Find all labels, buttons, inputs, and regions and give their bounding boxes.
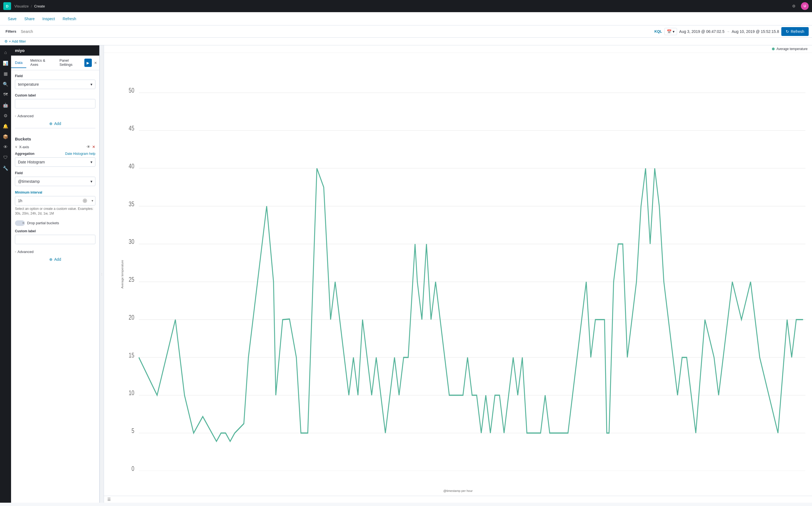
interval-chevron: ▾ [92,199,93,203]
date-range: Aug 3, 2019 @ 06:47:02.5 → Aug 10, 2019 … [679,29,779,34]
side-icon-dashboard[interactable]: ▦ [1,69,10,79]
buckets-advanced-label: Advanced [17,250,33,254]
custom-label-input[interactable] [15,99,95,108]
custom-label-group: Custom label [15,93,95,108]
add-label: Add [54,121,61,126]
svg-text:50: 50 [129,87,134,94]
inspect-button[interactable]: Inspect [39,15,58,23]
custom-label-label: Custom label [15,93,95,97]
breadcrumb: Visualize / Create [14,4,45,8]
date-picker-icon[interactable]: 📅 ▾ [664,28,677,35]
grid-lines [139,93,805,471]
chart-container: Average temperature 0 5 10 15 20 25 30 3… [104,53,812,496]
interval-input-wrap: ✕ ▾ [15,196,95,205]
side-icon-security[interactable]: 🛡 [1,153,10,163]
legend-item: Average temperature [772,47,808,51]
app-logo: D [3,2,11,10]
svg-text:20: 20 [129,314,134,321]
add-filter-row: ⚙ + Add filter [0,37,812,46]
side-icon-alerts[interactable]: 🔔 [1,121,10,131]
min-interval-label: Minimum interval [15,190,95,194]
svg-text:40: 40 [129,163,134,170]
kql-badge[interactable]: KQL [654,29,662,33]
side-icon-stack[interactable]: 📦 [1,132,10,142]
collapse-handle[interactable]: ⋮ [99,46,104,503]
aggregation-select-value: Date Histogram [18,160,45,164]
tab-metrics-axes[interactable]: Metrics & Axes [26,56,56,70]
refresh-toolbar-button[interactable]: Refresh [59,15,79,23]
filter-search-input[interactable] [21,29,652,34]
panel-content: Field temperature ▾ Custom label › Advan… [11,70,99,503]
side-icon-home[interactable]: ⌂ [1,48,10,58]
aggregation-select[interactable]: Date Histogram ▾ [15,157,95,167]
side-icon-visualize[interactable]: 📊 [1,58,10,68]
avatar[interactable]: U [801,2,809,10]
refresh-icon: ↻ [786,29,789,34]
buckets-advanced-toggle[interactable]: › Advanced [15,249,95,255]
delete-bucket-button[interactable]: ✕ [92,145,95,149]
field-select-chevron: ▾ [90,82,92,87]
save-button[interactable]: Save [4,15,20,23]
chart-legend-icon[interactable]: ☰ [107,497,111,502]
side-icon-ml[interactable]: 🤖 [1,100,10,110]
main-layout: ⌂ 📊 ▦ 🔍 🗺 🤖 ⚙ 🔔 📦 👁 🛡 🔧 miyo Data Metric… [0,46,812,503]
breadcrumb-sep: / [31,4,32,8]
y-axis: 0 5 10 15 20 25 30 35 40 45 50 [129,87,134,471]
breadcrumb-parent[interactable]: Visualize [14,4,29,8]
bucket-chevron[interactable]: ∨ [15,145,17,149]
svg-text:45: 45 [129,125,134,132]
legend-label: Average temperature [776,47,808,51]
svg-text:35: 35 [129,200,134,207]
panel-title-text: miyo [15,48,25,53]
settings-icon[interactable]: ⚙ [790,2,798,10]
eye-icon[interactable]: 👁 [87,145,90,149]
refresh-button[interactable]: ↻ Refresh [781,27,809,36]
gear-small-icon: ⚙ [4,39,8,44]
share-button[interactable]: Share [21,15,38,23]
run-button[interactable]: ▶ [84,59,92,67]
aggregation-help-link[interactable]: Date Histogram help [65,152,95,156]
interval-clear-button[interactable]: ✕ [83,198,87,203]
toolbar: Save Share Inspect Refresh [0,12,812,25]
buckets-plus-icon: ⊕ [49,257,53,262]
breadcrumb-current: Create [34,4,45,8]
svg-text:10: 10 [129,389,134,397]
panel-tabs: Data Metrics & Axes Panel Settings ▶ ✕ [11,56,99,70]
date-from[interactable]: Aug 3, 2019 @ 06:47:02.5 [679,29,725,34]
metrics-add-button[interactable]: ⊕ Add [15,119,95,128]
svg-text:25: 25 [129,276,134,283]
drop-partial-row: ✕ Drop partial buckets [15,221,95,226]
drop-partial-toggle[interactable]: ✕ [15,221,25,226]
metrics-advanced-toggle[interactable]: › Advanced [15,113,95,119]
add-filter-button[interactable]: ⚙ + Add filter [4,39,808,44]
panel-sidebar: miyo Data Metrics & Axes Panel Settings … [11,46,99,503]
side-icon-settings[interactable]: ⚙ [1,110,10,120]
legend-dot [772,48,775,50]
field-select[interactable]: temperature ▾ [15,80,95,89]
buckets-advanced-chevron: › [15,250,16,253]
side-icon-maps[interactable]: 🗺 [1,90,10,99]
svg-text:30: 30 [129,238,134,245]
side-icon-observ[interactable]: 👁 [1,142,10,152]
chrome-bar: D Visualize / Create ⚙ U [0,0,812,12]
bucket-field-chevron: ▾ [90,179,92,184]
date-to[interactable]: Aug 10, 2019 @ 15:52:15.8 [732,29,779,34]
min-interval-group: Minimum interval ✕ ▾ Select an option or… [15,190,95,216]
tab-panel-settings[interactable]: Panel Settings [56,56,84,70]
svg-text:5: 5 [131,427,134,434]
buckets-add-label: Add [54,257,61,262]
bucket-custom-label-input[interactable] [15,235,95,244]
buckets-add-button[interactable]: ⊕ Add [15,255,95,264]
bucket-field-select[interactable]: @timestamp ▾ [15,177,95,186]
close-panel-button[interactable]: ✕ [92,59,99,67]
tab-data[interactable]: Data [11,58,26,68]
buckets-title: Buckets [15,137,95,141]
side-icon-discover[interactable]: 🔍 [1,79,10,89]
aggregation-row: Aggregation Date Histogram help [15,152,95,156]
field-label: Field [15,74,95,78]
add-filter-label: + Add filter [9,39,26,44]
drop-partial-label: Drop partial buckets [27,221,59,225]
side-icon-dev[interactable]: 🔧 [1,163,10,173]
close-icon: ✕ [94,61,97,65]
chart-bottom-bar: ☰ [104,496,812,503]
